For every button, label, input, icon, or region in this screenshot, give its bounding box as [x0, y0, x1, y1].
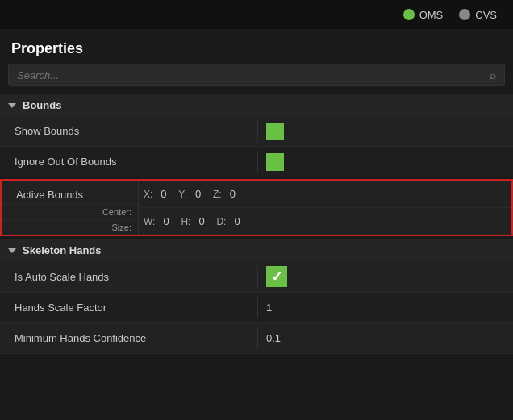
h-label: H: [181, 216, 190, 227]
prop-row-ignore-out-of-bounds: Ignore Out Of Bounds [0, 147, 513, 177]
z-value[interactable]: 0 [230, 188, 240, 200]
y-label: Y: [178, 189, 187, 200]
center-sub-label: Center: [2, 204, 138, 219]
x-value[interactable]: 0 [161, 188, 170, 200]
show-bounds-toggle[interactable] [266, 123, 284, 140]
section-bounds-header[interactable]: Bounds [0, 94, 513, 116]
panel-title: Properties [0, 37, 513, 64]
ignore-out-of-bounds-label: Ignore Out Of Bounds [0, 151, 258, 173]
minimum-hands-confidence-value: 0.1 [258, 327, 513, 349]
center-row: X: 0 Y: 0 Z: 0 [139, 181, 511, 208]
active-bounds-main-label: Active Bounds [2, 181, 138, 204]
prop-row-hands-scale-factor: Hands Scale Factor 1 [0, 293, 513, 323]
chevron-bounds-icon [8, 103, 16, 108]
section-skeleton-hands-label: Skeleton Hands [23, 244, 102, 256]
ignore-out-of-bounds-toggle[interactable] [266, 153, 284, 171]
active-bounds-right: X: 0 Y: 0 Z: 0 W: 0 H: 0 D: [139, 181, 511, 235]
active-bounds-label-area: Active Bounds Center: Size: [2, 181, 139, 235]
center-coords: X: 0 Y: 0 Z: 0 [139, 185, 244, 203]
section-skeleton-hands-header[interactable]: Skeleton Hands [0, 239, 513, 261]
active-bounds-sub-labels: Center: Size: [2, 204, 138, 235]
hands-scale-factor-value: 1 [258, 297, 513, 318]
hands-scale-factor-label: Hands Scale Factor [0, 297, 258, 318]
size-sub-label: Size: [2, 219, 138, 235]
show-bounds-label: Show Bounds [0, 120, 258, 142]
is-auto-scale-hands-label: Is Auto Scale Hands [0, 266, 258, 288]
oms-status: OMS [403, 9, 444, 21]
minimum-hands-confidence-text[interactable]: 0.1 [266, 332, 281, 344]
h-value[interactable]: 0 [198, 215, 208, 227]
show-bounds-value[interactable] [258, 118, 513, 145]
search-bar[interactable]: ⌕ [8, 64, 505, 86]
cvs-status: CVS [459, 9, 497, 21]
y-value[interactable]: 0 [195, 188, 205, 200]
size-coords: W: 0 H: 0 D: 0 [139, 212, 248, 231]
properties-panel: Properties ⌕ Bounds Show Bounds Ignore O… [0, 29, 513, 362]
prop-row-show-bounds: Show Bounds [0, 116, 513, 147]
search-input[interactable] [17, 69, 490, 81]
hands-scale-factor-text[interactable]: 1 [266, 301, 272, 314]
section-bounds-label: Bounds [23, 99, 61, 111]
chevron-skeleton-icon [8, 248, 16, 253]
ignore-out-of-bounds-value[interactable] [258, 148, 513, 176]
minimum-hands-confidence-label: Minimum Hands Confidence [0, 327, 258, 349]
oms-label: OMS [419, 9, 444, 21]
cvs-dot [459, 9, 470, 20]
prop-row-is-auto-scale-hands: Is Auto Scale Hands ✓ [0, 261, 513, 293]
auto-scale-checkbox[interactable]: ✓ [266, 266, 287, 287]
is-auto-scale-hands-value[interactable]: ✓ [258, 261, 513, 292]
d-value[interactable]: 0 [234, 215, 244, 227]
size-row: W: 0 H: 0 D: 0 [139, 208, 511, 235]
z-label: Z: [213, 189, 222, 200]
search-icon: ⌕ [490, 69, 496, 81]
x-label: X: [144, 189, 152, 200]
section-bounds: Bounds Show Bounds Ignore Out Of Bounds … [0, 94, 513, 236]
w-label: W: [144, 216, 155, 227]
prop-row-minimum-hands-confidence: Minimum Hands Confidence 0.1 [0, 323, 513, 354]
oms-dot [403, 9, 415, 20]
d-label: D: [216, 216, 226, 227]
w-value[interactable]: 0 [163, 215, 173, 227]
prop-row-active-bounds: Active Bounds Center: Size: X: 0 Y: 0 Z:… [0, 179, 513, 236]
section-skeleton-hands: Skeleton Hands Is Auto Scale Hands ✓ Han… [0, 239, 513, 354]
top-bar: OMS CVS [0, 0, 513, 29]
cvs-label: CVS [475, 9, 497, 21]
